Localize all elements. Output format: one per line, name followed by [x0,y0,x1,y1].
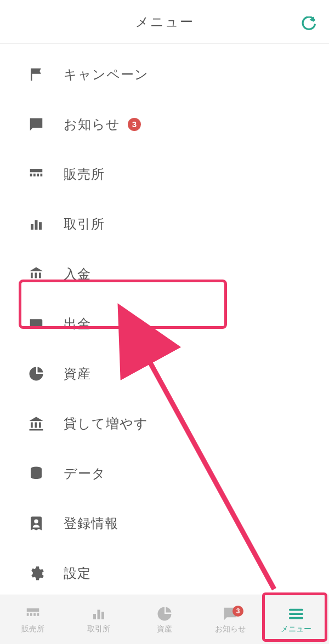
menu-item-lending[interactable]: 貸して増やす [0,398,329,448]
header: メニュー [0,0,329,44]
tab-exchange[interactable]: 取引所 [66,606,132,634]
menu-item-label: 貸して増やす [64,415,148,432]
refresh-button[interactable] [300,16,317,35]
flag-icon [27,66,45,83]
tab-label: お知らせ [215,624,246,634]
menu-item-exchange[interactable]: 取引所 [0,199,329,249]
menu-item-assets[interactable]: 資産 [0,349,329,398]
tab-label: 販売所 [21,624,44,634]
piechart-icon [27,366,45,382]
menu-item-label: キャンペーン [64,66,149,83]
menu-item-label: 設定 [64,565,91,582]
bars-icon [27,216,45,232]
tab-bar: 販売所 取引所 資産 3 お知らせ メニュー [0,595,329,644]
tab-label: メニュー [281,624,311,634]
menu-item-campaign[interactable]: キャンペーン [0,49,329,99]
menu-list: キャンペーン お知らせ 3 販売所 取引所 入金 出金 [0,44,329,603]
menu-item-label: 取引所 [64,215,105,233]
store-icon [27,166,45,183]
notice-badge: 3 [128,118,141,131]
stack-icon [27,465,45,482]
menu-item-label: お知らせ [64,116,120,133]
tab-notice[interactable]: 3 お知らせ [197,606,263,634]
menu-item-label: データ [64,465,106,482]
notice-badge: 3 [232,606,243,617]
store-icon [25,606,41,622]
menu-item-deposit[interactable]: 入金 [0,249,329,299]
tab-label: 資産 [157,624,172,634]
tab-sales[interactable]: 販売所 [0,606,66,634]
idcard-icon [27,515,45,532]
tab-assets[interactable]: 資産 [132,606,197,634]
page-title: メニュー [135,13,194,31]
menu-item-label: 販売所 [64,166,105,183]
hamburger-icon [288,606,304,622]
bars-icon [90,606,107,622]
menu-item-label: 入金 [64,265,91,283]
menu-item-withdraw[interactable]: 出金 [0,299,329,349]
tab-menu[interactable]: メニュー [263,606,329,634]
menu-item-data[interactable]: データ [0,448,329,498]
tab-label: 取引所 [87,624,110,634]
wallet-icon [27,316,45,332]
menu-item-label: 資産 [64,365,91,383]
menu-item-label: 出金 [64,315,91,333]
menu-item-label: 登録情報 [64,515,118,532]
menu-item-profile[interactable]: 登録情報 [0,498,329,548]
gear-icon [27,565,45,582]
bank-icon [27,415,45,432]
bank-icon [27,266,45,282]
refresh-icon [300,16,317,33]
menu-item-sales[interactable]: 販売所 [0,149,329,199]
message-icon [27,116,45,133]
piechart-icon [156,606,173,622]
menu-item-notice[interactable]: お知らせ 3 [0,99,329,149]
menu-item-settings[interactable]: 設定 [0,548,329,598]
